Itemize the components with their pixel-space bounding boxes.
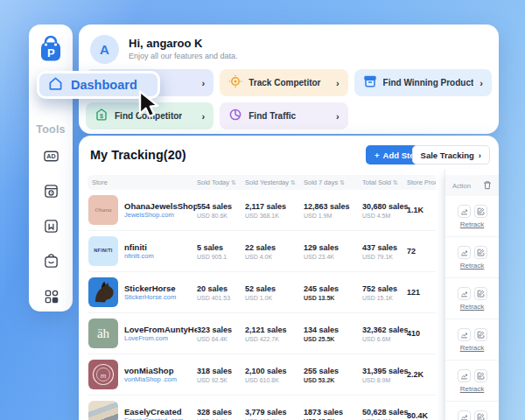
store-products-cell: 80.4K <box>407 411 436 420</box>
total-sold-cell: 32,362 salesUSD 6.6M <box>362 326 407 342</box>
sold-yesterday-cell: 2,100 salesUSD 610.8K <box>245 367 304 383</box>
user-avatar[interactable]: A <box>90 35 119 64</box>
apps-grid-tool-icon[interactable] <box>43 288 60 304</box>
column-header: Store <box>88 178 197 186</box>
column-header: Store Products <box>407 178 436 186</box>
table-row[interactable]: äh LoveFromAuntyHelen LoveFrom.com 323 s… <box>88 313 436 354</box>
target-icon <box>228 74 242 92</box>
store-domain-link[interactable]: LoveFrom.com <box>124 334 197 342</box>
edit-icon[interactable] <box>474 410 487 420</box>
total-sold-cell: 437 salesUSD 79.1K <box>362 243 407 260</box>
sale-tracking-button[interactable]: Sale Tracking › <box>412 145 490 164</box>
store-products-cell: 2.2K <box>407 370 436 379</box>
sort-icon[interactable]: ⇅ <box>393 179 398 186</box>
column-header[interactable]: Total Sold⇅ <box>362 178 407 186</box>
column-header[interactable]: Sold Yesterday⇅ <box>245 178 304 186</box>
sold-7days-cell: 12,863 salesUSD 1.9M <box>304 202 362 219</box>
store-domain-link[interactable]: vonMiaShop .com <box>124 375 177 383</box>
store-name: EaselyCreated <box>124 407 184 416</box>
store-name: OhanaJewelsShop <box>124 201 197 211</box>
table-row[interactable]: NFINITI nfiniti nfiniti.com 5 salesUSD 9… <box>88 231 436 272</box>
retrack-link[interactable]: Retrack <box>460 303 485 311</box>
svg-text:AD: AD <box>46 153 55 160</box>
trash-icon[interactable] <box>483 178 492 193</box>
store-name: nfiniti <box>124 242 154 252</box>
store-name: LoveFromAuntyHelen <box>124 325 197 334</box>
shop-bag-tool-icon[interactable] <box>43 253 60 270</box>
tools-section-label: Tools <box>36 123 65 136</box>
chevron-right-icon: › <box>202 78 206 88</box>
nav-card-find-traffic[interactable]: Find Traffic › <box>220 102 347 130</box>
store-domain-link[interactable]: EaselyCreated .com <box>124 416 184 420</box>
mouse-cursor-icon <box>137 90 164 125</box>
store-cell: StickerHorse StickerHorse.com <box>88 277 197 307</box>
sold-today-cell: 554 salesUSD 80.6K <box>197 202 245 219</box>
total-sold-cell: 31,395 salesUSD 8.9M <box>362 367 407 383</box>
analytics-chart-icon[interactable] <box>458 328 471 341</box>
store-logo: Ohana <box>88 195 118 225</box>
greeting-title: Hi, angaroo K <box>129 37 203 50</box>
store-domain-link[interactable]: nfiniti.com <box>124 252 154 260</box>
action-row: Retrack <box>445 278 499 319</box>
app-logo-shopping-bag-icon[interactable]: P <box>35 34 66 66</box>
bookmark-tool-icon[interactable] <box>43 218 60 234</box>
dashboard-tooltip-label: Dashboard <box>71 78 137 92</box>
analytics-chart-icon[interactable] <box>458 369 471 382</box>
greeting-subtitle: Enjoy all our features and data. <box>129 52 238 60</box>
total-sold-cell: 752 salesUSD 15.1K <box>362 284 407 301</box>
table-row[interactable]: EaselyCreated EaselyCreated .com 328 sal… <box>88 396 436 420</box>
action-column-header: Action <box>445 175 499 196</box>
store-logo <box>88 401 118 420</box>
sold-today-cell: 20 salesUSD 401.53 <box>197 284 245 301</box>
product-box-icon <box>363 74 377 92</box>
table-row[interactable]: m vonMiaShop vonMiaShop .com 318 salesUS… <box>88 354 436 396</box>
ad-tool-icon[interactable]: AD <box>43 148 60 164</box>
sold-yesterday-cell: 2,121 salesUSD 422.7K <box>245 326 304 342</box>
edit-icon[interactable] <box>474 205 487 218</box>
store-domain-link[interactable]: JewelsShop.com <box>124 211 197 219</box>
edit-icon[interactable] <box>474 328 487 341</box>
column-header[interactable]: Sold 7 days⇅ <box>304 178 362 186</box>
sort-icon[interactable]: ⇅ <box>290 179 296 186</box>
table-row[interactable]: Ohana OhanaJewelsShop JewelsShop.com 554… <box>88 190 436 231</box>
edit-icon[interactable] <box>474 287 487 300</box>
chevron-right-icon: › <box>480 78 483 88</box>
sort-icon[interactable]: ⇅ <box>231 179 236 186</box>
analytics-chart-icon[interactable] <box>458 205 471 218</box>
nav-card-find-winning-product[interactable]: Find Winning Product › <box>354 69 492 96</box>
action-row: Retrack <box>445 402 499 420</box>
column-header[interactable]: Sold Today⇅ <box>197 178 245 186</box>
sort-icon[interactable]: ⇅ <box>340 179 345 186</box>
table-row[interactable]: StickerHorse StickerHorse.com 20 salesUS… <box>88 272 436 313</box>
retrack-link[interactable]: Retrack <box>460 262 485 270</box>
tracking-title: My Tracking(20) <box>90 148 186 162</box>
action-row: Retrack <box>445 237 499 278</box>
nav-card-track-competitor[interactable]: Track Competitor › <box>220 69 347 96</box>
sold-7days-cell: 255 salesUSD 53.2K <box>304 367 362 383</box>
sold-today-cell: 5 salesUSD 905.1 <box>197 243 245 260</box>
table-header-row: StoreSold Today⇅Sold Yesterday⇅Sold 7 da… <box>88 175 436 190</box>
product-research-tool-icon[interactable] <box>43 183 60 200</box>
tools-icon-list: AD <box>43 148 60 304</box>
sold-7days-cell: 245 salesUSD 13.5K <box>304 284 362 301</box>
retrack-link[interactable]: Retrack <box>460 344 485 352</box>
total-sold-cell: 50,628 salesUSD 2.4M <box>362 408 407 420</box>
action-rows: Retrack Retrack <box>445 196 499 420</box>
store-cell: EaselyCreated EaselyCreated .com <box>88 401 197 420</box>
analytics-chart-icon[interactable] <box>458 410 471 420</box>
sold-yesterday-cell: 2,117 salesUSD 368.1K <box>245 202 304 219</box>
store-cell: äh LoveFromAuntyHelen LoveFrom.com <box>88 318 197 348</box>
edit-icon[interactable] <box>474 246 487 259</box>
sold-yesterday-cell: 3,779 salesUSD 165.7K <box>245 408 304 420</box>
store-logo: NFINITI <box>88 236 118 266</box>
edit-icon[interactable] <box>474 369 487 382</box>
store-domain-link[interactable]: StickerHorse.com <box>124 293 176 301</box>
sold-yesterday-cell: 22 salesUSD 4.0K <box>245 243 304 260</box>
retrack-link[interactable]: Retrack <box>460 220 485 228</box>
chevron-right-icon: › <box>336 78 340 88</box>
retrack-link[interactable]: Retrack <box>460 385 485 393</box>
svg-text:$: $ <box>100 112 103 119</box>
analytics-chart-icon[interactable] <box>458 246 471 259</box>
analytics-chart-icon[interactable] <box>458 287 471 300</box>
action-row: Retrack <box>445 319 499 360</box>
